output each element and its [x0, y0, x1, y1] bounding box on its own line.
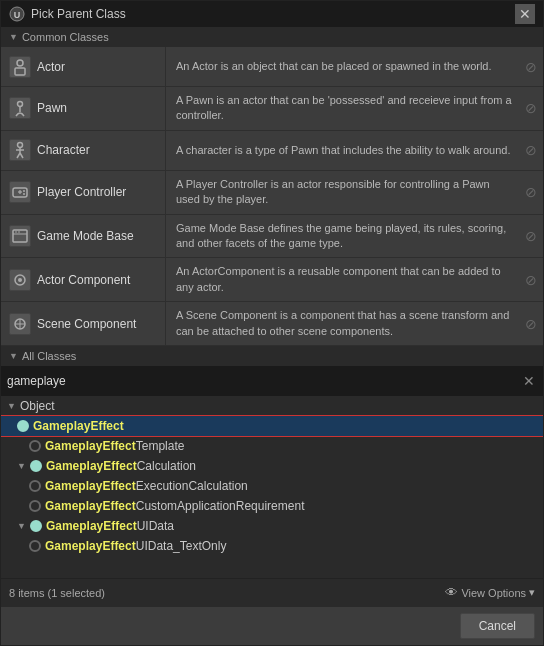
svg-point-2: [17, 60, 23, 66]
pawn-info-icon: ⊘: [523, 87, 543, 130]
all-classes-section: ▼ All Classes ✕ ▼ Object GameplayEffect: [1, 346, 543, 606]
cancel-button[interactable]: Cancel: [460, 613, 535, 639]
view-options-label: View Options: [461, 587, 526, 599]
pawn-desc: A Pawn is an actor that can be 'possesse…: [166, 87, 523, 130]
character-info-icon: ⊘: [523, 131, 543, 170]
ge-custom-app-circle-icon: [29, 500, 41, 512]
tree-item-gameplay-effect-custom-app[interactable]: GameplayEffectCustomApplicationRequireme…: [1, 496, 543, 516]
svg-point-21: [18, 278, 22, 282]
title-bar: U Pick Parent Class ✕: [1, 1, 543, 27]
gameplay-effect-calc-circle-icon: [30, 460, 42, 472]
game-mode-name: Game Mode Base: [37, 229, 134, 243]
player-controller-info-icon: ⊘: [523, 171, 543, 214]
player-controller-name: Player Controller: [37, 185, 126, 199]
gameplay-effect-circle-icon: [17, 420, 29, 432]
class-row-pawn[interactable]: Pawn A Pawn is an actor that can be 'pos…: [1, 87, 543, 131]
tree-item-object[interactable]: ▼ Object: [1, 396, 543, 416]
actor-desc: An Actor is an object that can be placed…: [166, 47, 523, 86]
svg-point-4: [18, 102, 23, 107]
ge-template-highlight: Gameplay: [45, 439, 102, 453]
common-classes-label: Common Classes: [22, 31, 109, 43]
ge-calc-arrow-icon: ▼: [17, 461, 26, 471]
svg-point-19: [18, 231, 20, 233]
class-left-player-controller: Player Controller: [1, 171, 166, 214]
game-mode-icon: [9, 225, 31, 247]
class-row-actor-component[interactable]: Actor Component An ActorComponent is a r…: [1, 258, 543, 302]
view-options-button[interactable]: 👁 View Options ▾: [445, 585, 535, 600]
character-icon: [9, 139, 31, 161]
ge-exec-calc-circle-icon: [29, 480, 41, 492]
svg-rect-3: [15, 68, 25, 75]
actor-name: Actor: [37, 60, 65, 74]
title-bar-left: U Pick Parent Class: [9, 6, 126, 22]
svg-point-14: [23, 190, 25, 192]
common-classes-list: Actor An Actor is an object that can be …: [1, 47, 543, 346]
gameplay-effect-ui-data-label: GameplayEffectUIData: [46, 519, 174, 533]
scene-component-name: Scene Component: [37, 317, 136, 331]
class-row-game-mode[interactable]: Game Mode Base Game Mode Base defines th…: [1, 215, 543, 259]
class-left-pawn: Pawn: [1, 87, 166, 130]
class-left-actor: Actor: [1, 47, 166, 86]
class-left-actor-component: Actor Component: [1, 258, 166, 301]
search-bar: ✕: [1, 366, 543, 396]
tree-area[interactable]: ▼ Object GameplayEffect GameplayEffectTe…: [1, 396, 543, 578]
scene-component-info-icon: ⊘: [523, 302, 543, 345]
gameplay-effect-custom-app-label: GameplayEffectCustomApplicationRequireme…: [45, 499, 304, 513]
pick-parent-class-window: U Pick Parent Class ✕ ▼ Common Classes A…: [0, 0, 544, 646]
class-left-character: Character: [1, 131, 166, 170]
class-row-scene-component[interactable]: Scene Component A Scene Component is a c…: [1, 302, 543, 346]
object-arrow-icon: ▼: [7, 401, 16, 411]
close-button[interactable]: ✕: [515, 4, 535, 24]
class-left-scene-component: Scene Component: [1, 302, 166, 345]
scene-component-desc: A Scene Component is a component that ha…: [166, 302, 523, 345]
ue-logo-icon: U: [9, 6, 25, 22]
actor-component-desc: An ActorComponent is a reusable componen…: [166, 258, 523, 301]
svg-rect-16: [13, 230, 27, 242]
tree-item-gameplay-effect-template[interactable]: GameplayEffectTemplate: [1, 436, 543, 456]
tree-item-gameplay-effect-ui-data[interactable]: ▼ GameplayEffectUIData: [1, 516, 543, 536]
footer-bar: 8 items (1 selected) 👁 View Options ▾: [1, 578, 543, 606]
class-row-character[interactable]: Character A character is a type of Pawn …: [1, 131, 543, 171]
gameplay-effect-ui-data-text-label: GameplayEffectUIData_TextOnly: [45, 539, 226, 553]
gameplay-highlight: Gameplay: [33, 419, 90, 433]
actor-icon: [9, 56, 31, 78]
gameplay-effect-exec-calc-label: GameplayEffectExecutionCalculation: [45, 479, 248, 493]
svg-point-18: [15, 231, 17, 233]
tree-item-gameplay-effect-ui-data-text[interactable]: GameplayEffectUIData_TextOnly: [1, 536, 543, 556]
search-input[interactable]: [7, 370, 517, 392]
pawn-name: Pawn: [37, 101, 67, 115]
search-clear-button[interactable]: ✕: [521, 374, 537, 388]
player-controller-icon: [9, 181, 31, 203]
tree-item-gameplay-effect-exec-calc[interactable]: GameplayEffectExecutionCalculation: [1, 476, 543, 496]
actor-component-info-icon: ⊘: [523, 258, 543, 301]
all-classes-label: All Classes: [22, 350, 76, 362]
class-row-player-controller[interactable]: Player Controller A Player Controller is…: [1, 171, 543, 215]
actor-info-icon: ⊘: [523, 47, 543, 86]
ge-ui-data-text-circle-icon: [29, 540, 41, 552]
actor-component-icon: [9, 269, 31, 291]
character-desc: A character is a type of Pawn that inclu…: [166, 131, 523, 170]
ge-ui-data-arrow-icon: ▼: [17, 521, 26, 531]
actor-component-name: Actor Component: [37, 273, 130, 287]
svg-point-6: [18, 143, 23, 148]
pawn-icon: [9, 97, 31, 119]
tree-item-gameplay-effect-calculation[interactable]: ▼ GameplayEffectCalculation: [1, 456, 543, 476]
all-classes-header: ▼ All Classes: [1, 346, 543, 366]
window-title: Pick Parent Class: [31, 7, 126, 21]
tree-item-gameplay-effect[interactable]: GameplayEffect: [1, 416, 543, 436]
gameplay-effect-label: GameplayEffect: [33, 419, 124, 433]
class-row-actor[interactable]: Actor An Actor is an object that can be …: [1, 47, 543, 87]
svg-point-15: [23, 193, 25, 195]
items-count: 8 items (1 selected): [9, 587, 105, 599]
character-name: Character: [37, 143, 90, 157]
effect-highlight: Effect: [90, 419, 123, 433]
scene-component-icon: [9, 313, 31, 335]
bottom-bar: Cancel: [1, 606, 543, 645]
svg-line-10: [20, 153, 23, 158]
object-label: Object: [20, 399, 55, 413]
view-options-chevron-icon: ▾: [529, 586, 535, 599]
class-left-game-mode: Game Mode Base: [1, 215, 166, 258]
svg-text:U: U: [14, 10, 21, 20]
gameplay-effect-calc-label: GameplayEffectCalculation: [46, 459, 196, 473]
svg-line-9: [17, 153, 20, 158]
